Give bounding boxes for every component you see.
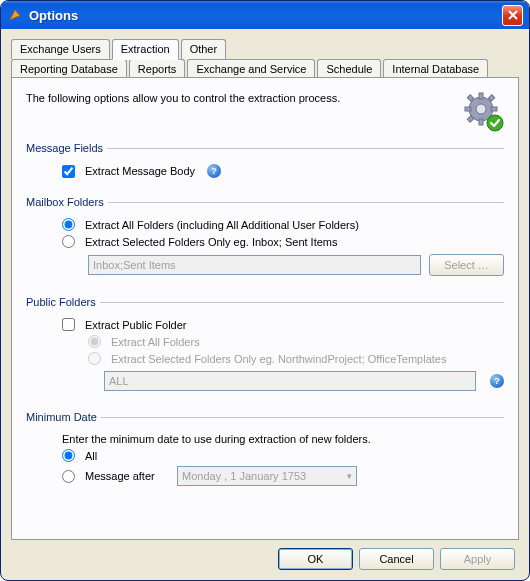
- cancel-button[interactable]: Cancel: [359, 548, 434, 570]
- svg-point-10: [487, 115, 503, 131]
- svg-point-9: [476, 104, 486, 114]
- tab-panel-extraction: The following options allow you to contr…: [11, 77, 519, 540]
- svg-rect-3: [465, 107, 471, 111]
- label-min-date-after: Message after: [85, 470, 171, 482]
- options-window: Options Reporting Database Reports Excha…: [0, 0, 530, 581]
- input-mailbox-folders[interactable]: [88, 255, 421, 275]
- button-select-mailbox-folders[interactable]: Select …: [429, 254, 504, 276]
- radio-min-date-after[interactable]: [62, 470, 75, 483]
- label-public-selected: Extract Selected Folders Only eg. Northw…: [111, 353, 446, 365]
- label-extract-message-body: Extract Message Body: [85, 165, 195, 177]
- apply-button[interactable]: Apply: [440, 548, 515, 570]
- svg-rect-2: [479, 119, 483, 125]
- datepicker-value: Monday , 1 January 1753: [182, 470, 306, 482]
- intro-text: The following options allow you to contr…: [26, 90, 462, 104]
- legend-mailbox-folders: Mailbox Folders: [26, 196, 108, 208]
- radio-public-selected[interactable]: [88, 352, 101, 365]
- titlebar: Options: [1, 1, 529, 29]
- group-mailbox-folders: Mailbox Folders Extract All Folders (inc…: [26, 196, 504, 286]
- help-icon[interactable]: ?: [207, 164, 221, 178]
- group-minimum-date: Minimum Date Enter the minimum date to u…: [26, 411, 504, 494]
- close-button[interactable]: [502, 5, 523, 26]
- tab-other[interactable]: Other: [181, 39, 227, 59]
- dialog-button-bar: OK Cancel Apply: [11, 540, 519, 572]
- tab-exchange-users[interactable]: Exchange Users: [11, 39, 110, 59]
- label-mailbox-selected: Extract Selected Folders Only eg. Inbox;…: [85, 236, 338, 248]
- input-public-folders[interactable]: [104, 371, 476, 391]
- label-mailbox-all: Extract All Folders (including All Addit…: [85, 219, 359, 231]
- legend-message-fields: Message Fields: [26, 142, 107, 154]
- radio-min-date-all[interactable]: [62, 449, 75, 462]
- radio-public-all[interactable]: [88, 335, 101, 348]
- datepicker-min-date[interactable]: Monday , 1 January 1753 ▾: [177, 466, 357, 486]
- app-icon: [7, 7, 23, 23]
- checkbox-extract-public-folder[interactable]: [62, 318, 75, 331]
- group-message-fields: Message Fields Extract Message Body ?: [26, 142, 504, 186]
- help-icon[interactable]: ?: [490, 374, 504, 388]
- radio-mailbox-selected[interactable]: [62, 235, 75, 248]
- checkbox-extract-message-body[interactable]: [62, 165, 75, 178]
- tab-extraction[interactable]: Extraction: [112, 39, 179, 60]
- tab-internal-database[interactable]: Internal Database: [383, 59, 488, 78]
- label-extract-public-folder: Extract Public Folder: [85, 319, 186, 331]
- label-public-all: Extract All Folders: [111, 336, 200, 348]
- svg-rect-4: [491, 107, 497, 111]
- gear-icon: [462, 90, 504, 132]
- tab-schedule[interactable]: Schedule: [317, 59, 381, 78]
- hint-minimum-date: Enter the minimum date to use during ext…: [62, 433, 371, 445]
- ok-button[interactable]: OK: [278, 548, 353, 570]
- tab-reports[interactable]: Reports: [129, 59, 186, 78]
- legend-minimum-date: Minimum Date: [26, 411, 101, 423]
- group-public-folders: Public Folders Extract Public Folder Ext…: [26, 296, 504, 401]
- label-min-date-all: All: [85, 450, 97, 462]
- client-area: Reporting Database Reports Exchange and …: [1, 29, 529, 580]
- chevron-down-icon: ▾: [347, 471, 352, 481]
- radio-mailbox-all[interactable]: [62, 218, 75, 231]
- tab-reporting-database[interactable]: Reporting Database: [11, 59, 127, 78]
- tab-exchange-and-service[interactable]: Exchange and Service: [187, 59, 315, 78]
- window-title: Options: [29, 8, 502, 23]
- legend-public-folders: Public Folders: [26, 296, 100, 308]
- svg-rect-1: [479, 93, 483, 99]
- tab-strip: Reporting Database Reports Exchange and …: [11, 39, 519, 78]
